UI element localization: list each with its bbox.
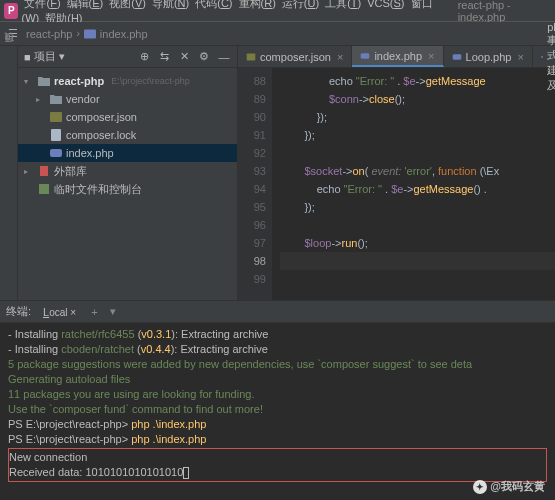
select-opened-icon[interactable]: ⊕ [137,50,151,64]
svg-rect-9 [541,56,543,57]
menu-item[interactable]: 重构(R) [236,0,279,11]
menu-item[interactable]: 导航(N) [149,0,192,11]
menu-item[interactable]: 运行(U) [279,0,322,11]
new-terminal-icon[interactable]: + [88,306,100,318]
terminal-panel: 终端: Local × + ▾ - Installing ratchet/rfc… [0,300,555,500]
breadcrumb: react-php › index.php [26,28,148,40]
terminal-dropdown-icon[interactable]: ▾ [107,305,119,318]
terminal-tab-local[interactable]: Local × [37,305,82,319]
close-tab-icon: × [517,51,523,63]
close-tab-icon: × [428,50,434,62]
watermark: ✦ @我码玄黄 [473,479,545,494]
tree-node[interactable]: composer.json [18,108,237,126]
menu-item[interactable]: 编辑(E) [64,0,107,11]
project-sidebar: ■ 项目 ▾ ⊕ ⇆ ✕ ⚙ — ▾ react-phpE:\project\r… [18,46,238,300]
editor-tab[interactable]: composer.json× [238,46,352,67]
line-gutter: 888990919293949596979899 [238,68,272,300]
editor-tab[interactable]: php事件式搭建tcp及we× [533,46,555,67]
tree-node[interactable]: ▸ 外部库 [18,162,237,180]
collapse-icon[interactable]: ✕ [177,50,191,64]
svg-rect-7 [361,53,370,59]
menu-item[interactable]: 工具(T) [322,0,364,11]
svg-rect-3 [50,149,62,157]
menu-item[interactable]: 视图(V) [106,0,149,11]
sidebar-header: ■ 项目 ▾ ⊕ ⇆ ✕ ⚙ — [18,46,237,68]
svg-rect-1 [50,112,62,122]
sidebar-title: ■ 项目 ▾ [24,49,131,64]
breadcrumb-file[interactable]: index.php [100,28,148,40]
expand-all-icon[interactable]: ⇆ [157,50,171,64]
svg-rect-4 [40,166,48,176]
toolbar: ☰ react-php › index.php [0,22,555,46]
settings-icon[interactable]: ⚙ [197,50,211,64]
tree-node[interactable]: 临时文件和控制台 [18,180,237,198]
hide-icon[interactable]: — [217,50,231,64]
terminal-output[interactable]: - Installing ratchet/rfc6455 (v0.3.1): E… [0,323,555,500]
tree-node[interactable]: ▸ vendor [18,90,237,108]
menu-item[interactable]: 代码(C) [192,0,235,11]
tree-node[interactable]: ▾ react-phpE:\project\react-php [18,72,237,90]
editor-tab[interactable]: Loop.php× [444,46,533,67]
svg-rect-2 [51,129,61,141]
breadcrumb-project[interactable]: react-php [26,28,72,40]
svg-rect-8 [452,54,461,60]
project-tree[interactable]: ▾ react-phpE:\project\react-php ▸ vendor… [18,68,237,300]
terminal-header: 终端: Local × + ▾ [0,301,555,323]
menubar: P 文件(F)编辑(E)视图(V)导航(N)代码(C)重构(R)运行(U)工具(… [0,0,555,22]
watermark-icon: ✦ [473,480,487,494]
left-tool-rail: 项目 [0,46,18,300]
php-file-icon [84,28,96,40]
editor-tabs: composer.json× index.php× Loop.php× php事… [238,46,555,68]
code-editor[interactable]: 888990919293949596979899 echo "Error: " … [238,68,555,300]
project-tool-icon[interactable]: ☰ [6,27,20,41]
close-tab-icon: × [337,51,343,63]
terminal-title: 终端: [6,304,31,319]
menu-item[interactable]: 文件(F) [21,0,63,11]
svg-rect-6 [247,53,256,60]
window-title: react-php - index.php [458,0,551,23]
code-content[interactable]: echo "Error: " . $e->getMessage $conn->c… [272,68,555,300]
tree-node[interactable]: composer.lock [18,126,237,144]
svg-rect-0 [84,29,96,38]
editor-area: composer.json× index.php× Loop.php× php事… [238,46,555,300]
svg-rect-5 [39,184,49,194]
app-logo: P [4,3,18,19]
editor-tab[interactable]: index.php× [352,46,443,67]
menu-item[interactable]: VCS(S) [364,0,407,11]
tree-node[interactable]: index.php [18,144,237,162]
